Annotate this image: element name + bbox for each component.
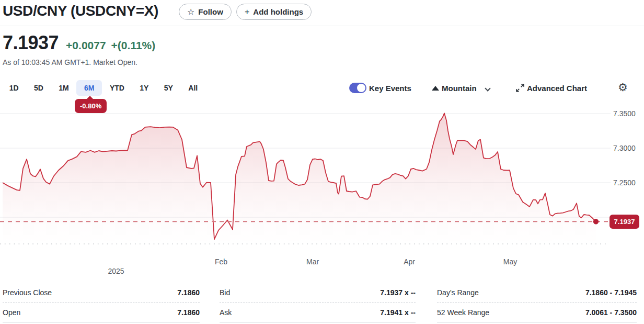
as-of-timestamp: As of 10:03:45 AM GMT+1. Market Open. xyxy=(3,58,137,66)
plus-icon: + xyxy=(245,7,249,17)
add-holdings-button[interactable]: + Add holdings xyxy=(236,4,312,20)
stat-label: 52 Week Range xyxy=(437,308,489,317)
x-axis-label: 2025 xyxy=(108,267,124,275)
x-axis-label: Feb xyxy=(215,258,227,266)
toggle-knob xyxy=(357,84,365,92)
y-axis-label: 7.3500 xyxy=(613,109,636,118)
follow-label: Follow xyxy=(198,7,223,16)
key-events-toggle[interactable] xyxy=(349,83,366,93)
page-title: USD/CNY (USDCNY=X) xyxy=(3,3,158,19)
current-price: 7.1937 xyxy=(3,32,59,54)
add-holdings-label: Add holdings xyxy=(253,7,303,16)
expand-arrows-icon xyxy=(515,83,525,93)
range-tabs: 1D5D1M6MYTD1Y5YAll xyxy=(2,80,205,96)
stat-value: 7.0061 - 7.3500 xyxy=(585,308,637,317)
x-axis-label: Mar xyxy=(306,258,319,266)
stat-label: Previous Close xyxy=(3,288,52,297)
star-icon: ☆ xyxy=(187,7,194,17)
key-events-label: Key Events xyxy=(369,84,411,93)
stat-row-previous-close: Previous Close 7.1860 xyxy=(3,283,200,303)
range-tab-all[interactable]: All xyxy=(181,80,205,96)
range-tab-6m[interactable]: 6M xyxy=(76,80,102,96)
stat-row-bid: Bid 7.1937 x -- xyxy=(220,283,416,303)
chart-type-dropdown[interactable]: Mountain xyxy=(442,84,477,93)
stat-label: Ask xyxy=(220,308,232,317)
range-tab-1m[interactable]: 1M xyxy=(51,80,77,96)
current-price-tag: 7.1937 xyxy=(610,215,639,229)
y-axis-label: 7.3000 xyxy=(613,144,636,152)
stat-value: 7.1860 - 7.1945 xyxy=(585,288,637,297)
range-tab-5d[interactable]: 5D xyxy=(26,80,51,96)
quote-summary: 7.1937 +0.0077 +(0.11%) xyxy=(3,32,155,54)
range-tab-5y[interactable]: 5Y xyxy=(156,80,181,96)
price-chart[interactable] xyxy=(0,105,644,251)
stat-label: Day's Range xyxy=(437,288,479,297)
stat-value: 7.1860 xyxy=(177,308,200,317)
x-axis-label: Apr xyxy=(404,258,415,266)
stat-row-52-week-range: 52 Week Range 7.0061 - 7.3500 xyxy=(437,303,637,322)
stat-value: 7.1860 xyxy=(177,288,200,297)
symbol-header: USD/CNY (USDCNY=X) ☆ Follow + Add holdin… xyxy=(0,0,644,26)
x-axis-label: May xyxy=(503,258,517,266)
stat-label: Bid xyxy=(220,288,230,297)
y-axis-label: 7.2500 xyxy=(613,178,636,187)
stat-row-days-range: Day's Range 7.1860 - 7.1945 xyxy=(437,283,637,303)
stat-value: 7.1941 x -- xyxy=(380,308,416,317)
follow-button[interactable]: ☆ Follow xyxy=(179,4,232,20)
mountain-icon xyxy=(432,86,439,91)
settings-gear-icon[interactable]: ⚙ xyxy=(618,81,628,94)
range-tab-1d[interactable]: 1D xyxy=(2,80,26,96)
advanced-chart-button[interactable]: Advanced Chart xyxy=(527,84,587,93)
stat-label: Open xyxy=(3,308,20,317)
stat-row-ask: Ask 7.1941 x -- xyxy=(220,303,416,322)
range-tab-1y[interactable]: 1Y xyxy=(132,80,157,96)
price-change: +0.0077 xyxy=(66,39,106,52)
range-tab-ytd[interactable]: YTD xyxy=(102,80,132,96)
price-change-percent: +(0.11%) xyxy=(111,39,156,52)
stat-row-open: Open 7.1860 xyxy=(3,303,200,322)
stat-value: 7.1937 x -- xyxy=(380,288,416,297)
chevron-down-icon xyxy=(485,85,490,91)
